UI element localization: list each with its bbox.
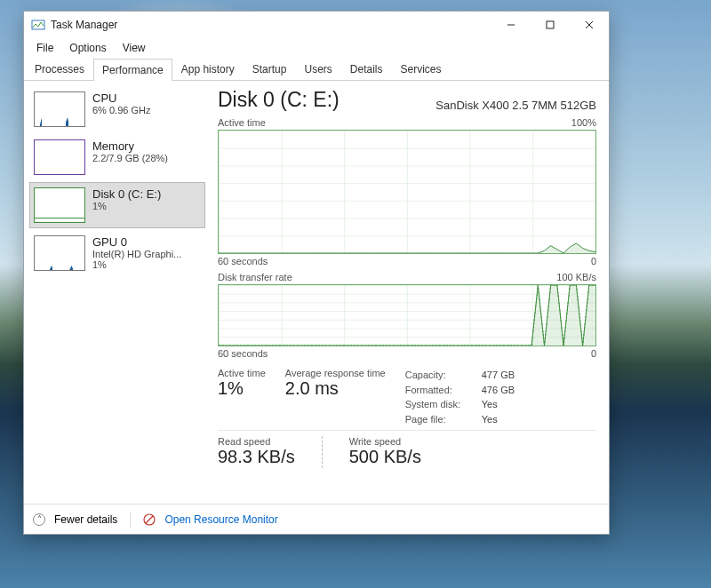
write-lbl: Write speed (349, 436, 421, 447)
task-manager-icon (31, 18, 45, 32)
graph2-xleft: 60 seconds (218, 348, 268, 359)
maximize-button[interactable] (531, 12, 570, 38)
graph2-max: 100 KB/s (556, 272, 596, 282)
graph2-xright: 0 (591, 348, 596, 359)
formatted-val: 476 GB (482, 383, 515, 398)
read-val: 98.3 KB/s (218, 447, 295, 467)
art-val: 2.0 ms (285, 378, 386, 399)
formatted-key: Formatted: (405, 383, 473, 398)
tab-apphistory[interactable]: App history (172, 58, 244, 80)
close-button[interactable] (570, 12, 609, 38)
page-title: Disk 0 (C: E:) (218, 88, 340, 112)
cpu-thumb-icon (34, 91, 85, 127)
sidebar-memory-sub: 2.2/7.9 GB (28%) (92, 153, 168, 163)
sidebar-item-memory[interactable]: Memory 2.2/7.9 GB (28%) (29, 134, 205, 180)
sidebar-memory-title: Memory (92, 139, 168, 153)
graph1-xleft: 60 seconds (218, 256, 268, 266)
graph2-label: Disk transfer rate (218, 272, 292, 282)
sidebar-disk-title: Disk 0 (C: E:) (92, 187, 161, 201)
pagefile-val: Yes (482, 412, 498, 427)
resource-monitor-icon (143, 513, 156, 526)
sidebar-cpu-title: CPU (92, 91, 150, 105)
sidebar-disk-sub: 1% (92, 201, 161, 211)
graph1-label: Active time (218, 117, 266, 128)
svg-line-6 (146, 516, 153, 523)
sidebar-gpu-sub2: 1% (92, 259, 181, 270)
active-time-graph[interactable] (218, 130, 596, 254)
tab-services[interactable]: Services (392, 58, 451, 80)
task-manager-window: Task Manager File Options View Processes… (23, 11, 610, 535)
tab-startup[interactable]: Startup (244, 58, 296, 80)
disk-model-label: SanDisk X400 2.5 7MM 512GB (435, 99, 596, 112)
tab-performance[interactable]: Performance (93, 59, 172, 81)
sysdisk-val: Yes (482, 397, 498, 412)
art-lbl: Average response time (285, 368, 386, 378)
menubar: File Options View (24, 38, 609, 58)
sysdisk-key: System disk: (405, 397, 473, 412)
footer: ˄ Fewer details Open Resource Monitor (24, 504, 609, 534)
tab-details[interactable]: Details (341, 58, 392, 80)
window-title: Task Manager (51, 19, 491, 31)
graph1-xright: 0 (591, 256, 596, 266)
active-time-val: 1% (218, 378, 266, 399)
sidebar-cpu-sub: 6% 0.96 GHz (92, 105, 150, 115)
menu-file[interactable]: File (29, 40, 60, 56)
tab-users[interactable]: Users (295, 58, 340, 80)
sidebar-gpu-title: GPU 0 (92, 235, 181, 249)
sidebar-gpu-sub: Intel(R) HD Graphi... (92, 249, 181, 259)
titlebar[interactable]: Task Manager (24, 12, 609, 38)
divider (130, 512, 131, 528)
pagefile-key: Page file: (405, 412, 473, 427)
minimize-button[interactable] (491, 12, 531, 38)
open-resource-monitor-link[interactable]: Open Resource Monitor (164, 513, 277, 526)
disk-thumb-icon (34, 187, 85, 223)
svg-rect-2 (547, 21, 554, 28)
chevron-up-icon[interactable]: ˄ (33, 513, 45, 526)
active-time-lbl: Active time (218, 368, 266, 378)
read-lbl: Read speed (218, 436, 295, 447)
sidebar-item-disk[interactable]: Disk 0 (C: E:) 1% (29, 182, 205, 228)
memory-thumb-icon (34, 139, 85, 175)
sidebar-item-gpu[interactable]: GPU 0 Intel(R) HD Graphi... 1% (29, 230, 205, 276)
transfer-rate-graph[interactable] (218, 284, 596, 346)
graph1-max: 100% (571, 117, 596, 128)
performance-sidebar: CPU 6% 0.96 GHz Memory 2.2/7.9 GB (28%) … (24, 81, 209, 504)
menu-view[interactable]: View (116, 40, 153, 56)
tabstrip: Processes Performance App history Startu… (24, 58, 609, 81)
sidebar-item-cpu[interactable]: CPU 6% 0.96 GHz (29, 86, 205, 132)
tab-processes[interactable]: Processes (26, 58, 93, 80)
disk-info: Capacity:477 GB Formatted:476 GB System … (405, 368, 515, 426)
gpu-thumb-icon (34, 235, 85, 271)
menu-options[interactable]: Options (62, 40, 113, 56)
capacity-key: Capacity: (405, 368, 473, 383)
divider (322, 436, 323, 468)
write-val: 500 KB/s (349, 447, 421, 467)
capacity-val: 477 GB (482, 368, 515, 383)
fewer-details-link[interactable]: Fewer details (54, 513, 117, 526)
main-panel: Disk 0 (C: E:) SanDisk X400 2.5 7MM 512G… (209, 81, 609, 504)
